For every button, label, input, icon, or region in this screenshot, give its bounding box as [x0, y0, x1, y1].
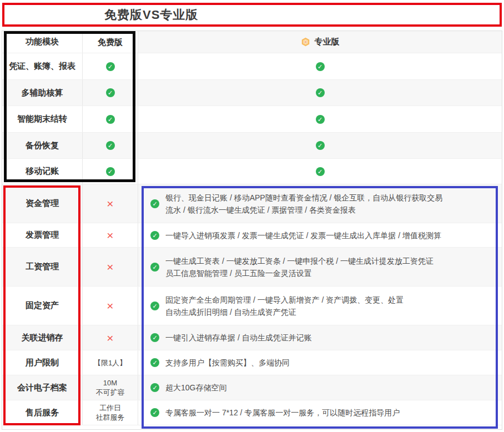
check-icon: ✓ — [106, 62, 115, 71]
module-name: 固定资产 — [2, 287, 83, 325]
module-name: 资金管理 — [2, 184, 83, 223]
free-plan-cell: ✓ — [83, 53, 138, 79]
free-plan-cell: 10M不可扩容 — [83, 375, 138, 400]
free-plan-cell: × — [83, 248, 138, 286]
free-plan-cell: × — [83, 223, 138, 247]
check-icon: ✓ — [316, 167, 325, 176]
header-module-column: 功能模块 — [2, 31, 83, 53]
check-icon: ✓ — [150, 263, 159, 272]
pro-plan-cell: ✓ — [138, 53, 502, 79]
pro-feature-line: 超大10G存储空间 — [165, 381, 226, 394]
module-name: 备份恢复 — [2, 133, 83, 158]
pro-plan-cell: ✓超大10G存储空间 — [138, 375, 502, 400]
free-plan-value: 不可扩容 — [96, 388, 125, 397]
check-icon: ✓ — [150, 231, 159, 240]
table-row: 资金管理×✓银行、现金日记账 / 移动APP随时查看资金情况 / 银企互联，自动… — [2, 184, 502, 223]
free-plan-cell: 【限1人】 — [83, 350, 138, 375]
check-icon: ✓ — [316, 62, 325, 71]
pro-plan-cell: ✓固定资产全生命周期管理 / 一键导入新增资产 / 资产调拨、变更、处置自动生成… — [138, 287, 502, 325]
pro-plan-cell: ✓一键生成工资表 / 一键发放工资条 / 一键申报个税 / 一键生成计提发放工资… — [138, 248, 502, 286]
check-icon: ✓ — [316, 141, 325, 150]
pro-feature-line: 流水 / 银行流水一键生成凭证 / 票据管理 / 各类资金报表 — [165, 204, 442, 216]
table-row: 发票管理×✓一键导入进销项发票 / 发票一键生成凭证 / 发票一键生成出入库单据… — [2, 223, 502, 248]
check-icon: ✓ — [150, 408, 159, 417]
module-name: 会计电子档案 — [2, 375, 83, 400]
pro-plan-cell: ✓ — [138, 133, 502, 158]
check-icon: ✓ — [106, 141, 115, 150]
table-row: 移动记账✓✓ — [2, 159, 502, 184]
check-icon: ✓ — [150, 199, 159, 208]
pro-feature-line: 一键生成工资表 / 一键发放工资条 / 一键申报个税 / 一键生成计提发放工资凭… — [165, 255, 434, 267]
pro-feature-text: 一键导入进销项发票 / 发票一键生成凭证 / 发票一键生成出入库单据 / 增值税… — [165, 229, 441, 242]
check-icon: ✓ — [150, 383, 159, 392]
free-plan-cell: 工作日社群服务 — [83, 400, 138, 425]
free-plan-cell: × — [83, 325, 138, 350]
header-free-label: 免费版 — [98, 37, 123, 47]
check-icon: ✓ — [316, 88, 325, 97]
header-free-column: 免费版 — [83, 31, 138, 53]
pro-plan-cell: ✓ — [138, 80, 502, 106]
module-name: 关联进销存 — [2, 325, 83, 350]
table-row: 智能期末结转✓✓ — [2, 106, 502, 133]
pro-plan-cell: ✓一键导入进销项发票 / 发票一键生成凭证 / 发票一键生成出入库单据 / 增值… — [138, 223, 502, 247]
module-name: 凭证、账簿、报表 — [2, 53, 83, 79]
table-row: 用户限制【限1人】✓支持多用户【按需购买】、多端协同 — [2, 350, 502, 375]
title-banner: 免费版VS专业版 — [2, 3, 502, 27]
free-plan-cell: × — [83, 184, 138, 223]
cross-icon: × — [107, 198, 113, 209]
table-row: 工资管理×✓一键生成工资表 / 一键发放工资条 / 一键申报个税 / 一键生成计… — [2, 248, 502, 287]
header-row: 功能模块 免费版 专业版 — [2, 31, 502, 53]
free-plan-value: 【限1人】 — [94, 358, 127, 368]
check-icon: ✓ — [316, 115, 325, 124]
table-row: 多辅助核算✓✓ — [2, 80, 502, 106]
pro-feature-line: 固定资产全生命周期管理 / 一键导入新增资产 / 资产调拨、变更、处置 — [165, 294, 404, 306]
table-row: 售后服务工作日社群服务✓专属客服一对一 7*12 / 专属客服一对一服务，可以随… — [2, 400, 502, 425]
table-row: 固定资产×✓固定资产全生命周期管理 / 一键导入新增资产 / 资产调拨、变更、处… — [2, 287, 502, 325]
free-plan-cell: ✓ — [83, 159, 138, 184]
pro-feature-text: 超大10G存储空间 — [165, 381, 226, 394]
free-plan-value: 10M — [103, 378, 117, 388]
header-pro-column: 专业版 — [138, 31, 502, 53]
module-name: 移动记账 — [2, 159, 83, 184]
check-icon: ✓ — [150, 358, 159, 367]
pro-feature-text: 一键引入进销存单据 / 自动生成凭证并记账 — [165, 331, 312, 344]
table-row: 备份恢复✓✓ — [2, 133, 502, 159]
free-plan-cell: ✓ — [83, 80, 138, 106]
check-icon: ✓ — [106, 88, 115, 97]
pro-plan-cell: ✓支持多用户【按需购买】、多端协同 — [138, 350, 502, 375]
pro-feature-line: 员工信息智能管理 / 员工五险一金灵活设置 — [165, 267, 434, 279]
page-title: 免费版VS专业版 — [4, 7, 198, 23]
pro-feature-line: 支持多用户【按需购买】、多端协同 — [165, 356, 290, 369]
table-row: 关联进销存×✓一键引入进销存单据 / 自动生成凭证并记账 — [2, 325, 502, 350]
table-row: 会计电子档案10M不可扩容✓超大10G存储空间 — [2, 375, 502, 400]
check-icon: ✓ — [150, 333, 159, 342]
pro-feature-text: 一键生成工资表 / 一键发放工资条 / 一键申报个税 / 一键生成计提发放工资凭… — [165, 255, 434, 279]
table-row: 凭证、账簿、报表✓✓ — [2, 53, 502, 80]
pro-plan-cell: ✓专属客服一对一 7*12 / 专属客服一对一服务，可以随时远程指导用户 — [138, 400, 502, 425]
cross-icon: × — [107, 332, 113, 344]
table-body: 凭证、账簿、报表✓✓多辅助核算✓✓智能期末结转✓✓备份恢复✓✓移动记账✓✓资金管… — [2, 53, 502, 425]
pro-feature-text: 银行、现金日记账 / 移动APP随时查看资金情况 / 银企互联，自动从银行获取交… — [165, 192, 442, 216]
cross-icon: × — [107, 300, 113, 312]
check-icon: ✓ — [106, 167, 115, 176]
check-icon: ✓ — [106, 115, 115, 124]
header-pro-label: 专业版 — [315, 37, 340, 47]
module-name: 发票管理 — [2, 223, 83, 247]
pro-feature-text: 专属客服一对一 7*12 / 专属客服一对一服务，可以随时远程指导用户 — [165, 406, 400, 419]
free-plan-cell: × — [83, 287, 138, 325]
pro-plan-cell: ✓ — [138, 106, 502, 132]
free-plan-value: 工作日 — [99, 403, 121, 413]
header-module-label: 功能模块 — [26, 37, 59, 47]
module-name: 智能期末结转 — [2, 106, 83, 132]
pro-plan-cell: ✓ — [138, 159, 502, 184]
module-name: 多辅助核算 — [2, 80, 83, 106]
comparison-table: 功能模块 免费版 专业版 凭证、账簿、报表✓✓多辅助核算✓✓智能期末结转✓✓备份… — [2, 31, 502, 430]
pro-feature-text: 固定资产全生命周期管理 / 一键导入新增资产 / 资产调拨、变更、处置自动生成折… — [165, 294, 404, 318]
free-plan-value: 社群服务 — [96, 413, 125, 422]
version-comparison-page: 免费版VS专业版 功能模块 免费版 专业版 — [0, 0, 504, 432]
free-plan-cell: ✓ — [83, 133, 138, 158]
module-name: 工资管理 — [2, 248, 83, 286]
pro-feature-line: 自动生成折旧明细 / 自动生成资产凭证 — [165, 306, 404, 318]
pro-feature-line: 一键引入进销存单据 / 自动生成凭证并记账 — [165, 331, 312, 344]
free-plan-cell: ✓ — [83, 106, 138, 132]
